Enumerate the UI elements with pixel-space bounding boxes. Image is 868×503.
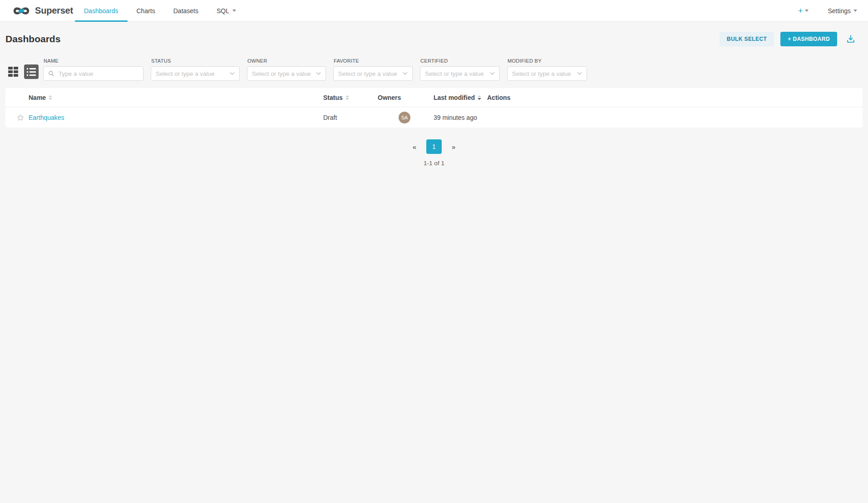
filter-status-label: STATUS bbox=[151, 58, 240, 64]
dashboards-table: Name Status Owners Last modified Actions bbox=[5, 88, 863, 128]
column-header-owners: Owners bbox=[378, 94, 434, 101]
filters: NAME STATUS Select or type a value OWNE bbox=[43, 58, 587, 81]
nav-item-datasets[interactable]: Datasets bbox=[164, 0, 207, 21]
import-dashboards-button[interactable] bbox=[843, 32, 858, 46]
download-icon bbox=[846, 34, 856, 44]
name-filter-field bbox=[43, 66, 143, 81]
table-row: Earthquakes Draft SA 39 minutes ago bbox=[5, 107, 863, 128]
pagination: « 1 » 1-1 of 1 bbox=[0, 139, 868, 167]
favorite-filter-select[interactable]: Select or type a value bbox=[333, 66, 413, 81]
view-toggles bbox=[8, 64, 39, 81]
filter-certified-label: CERTIFIED bbox=[420, 58, 500, 64]
dashboard-link-earthquakes[interactable]: Earthquakes bbox=[29, 114, 64, 121]
filter-certified: CERTIFIED Select or type a value bbox=[420, 58, 500, 81]
filter-status: STATUS Select or type a value bbox=[151, 58, 240, 81]
page-1-button[interactable]: 1 bbox=[426, 139, 442, 154]
prev-page-button[interactable]: « bbox=[409, 140, 420, 153]
chevron-down-icon bbox=[232, 10, 236, 12]
last-modified-cell: 39 minutes ago bbox=[434, 114, 487, 121]
nav-item-sql[interactable]: SQL bbox=[207, 0, 245, 21]
column-header-name[interactable]: Name bbox=[29, 94, 323, 101]
navbar-right: + Settings bbox=[798, 0, 857, 21]
main-nav: Dashboards Charts Datasets SQL bbox=[75, 0, 245, 21]
card-view-toggle[interactable] bbox=[8, 66, 19, 77]
column-header-actions: Actions bbox=[487, 94, 863, 101]
bulk-select-button[interactable]: BULK SELECT bbox=[720, 32, 774, 46]
chevron-down-icon bbox=[853, 10, 857, 12]
next-page-button[interactable]: » bbox=[448, 140, 459, 153]
sort-icon bbox=[345, 95, 349, 100]
star-icon bbox=[16, 113, 25, 122]
table-header-row: Name Status Owners Last modified Actions bbox=[5, 88, 863, 107]
filter-modified-by: MODIFIED BY Select or type a value bbox=[507, 58, 587, 81]
chevron-down-icon bbox=[805, 10, 809, 12]
filter-favorite: FAVORITE Select or type a value bbox=[333, 58, 413, 81]
name-filter-input[interactable] bbox=[58, 70, 138, 78]
sort-icon bbox=[49, 95, 52, 100]
avatar[interactable]: SA bbox=[399, 112, 410, 123]
chevron-down-icon bbox=[316, 72, 321, 75]
superset-infinity-icon bbox=[11, 5, 31, 17]
chevron-down-icon bbox=[577, 72, 582, 75]
plus-icon: + bbox=[798, 7, 803, 15]
filter-modified-by-label: MODIFIED BY bbox=[507, 58, 587, 64]
favorite-star-button[interactable] bbox=[16, 113, 25, 122]
chevron-down-icon bbox=[490, 72, 495, 75]
add-dashboard-button[interactable]: + DASHBOARD bbox=[780, 32, 837, 46]
pagination-summary: 1-1 of 1 bbox=[424, 160, 444, 167]
top-navbar: Superset Dashboards Charts Datasets SQL … bbox=[0, 0, 868, 22]
filter-name: NAME bbox=[43, 58, 143, 81]
sort-desc-icon bbox=[478, 95, 481, 100]
filter-bar: NAME STATUS Select or type a value OWNE bbox=[0, 58, 868, 81]
header-actions: BULK SELECT + DASHBOARD bbox=[720, 32, 858, 46]
filter-owner: OWNER Select or type a value bbox=[247, 58, 326, 81]
status-filter-select[interactable]: Select or type a value bbox=[151, 66, 240, 81]
brand-name: Superset bbox=[35, 5, 73, 16]
nav-item-dashboards[interactable]: Dashboards bbox=[75, 0, 128, 21]
filter-owner-label: OWNER bbox=[247, 58, 326, 64]
nav-item-charts[interactable]: Charts bbox=[128, 0, 164, 21]
list-view-toggle[interactable] bbox=[24, 64, 39, 79]
superset-logo[interactable]: Superset bbox=[11, 0, 73, 21]
page-title: Dashboards bbox=[5, 34, 60, 44]
grid-icon bbox=[8, 67, 13, 69]
status-cell: Draft bbox=[323, 114, 378, 121]
filter-name-label: NAME bbox=[43, 58, 143, 64]
search-icon bbox=[48, 70, 54, 77]
new-item-menu-button[interactable]: + bbox=[798, 7, 809, 15]
page-header: Dashboards BULK SELECT + DASHBOARD bbox=[0, 22, 868, 52]
chevron-down-icon bbox=[230, 72, 235, 75]
settings-menu-button[interactable]: Settings bbox=[828, 7, 857, 15]
chevron-down-icon bbox=[403, 72, 408, 75]
filter-favorite-label: FAVORITE bbox=[333, 58, 413, 64]
column-header-last-modified[interactable]: Last modified bbox=[434, 94, 487, 101]
column-header-status[interactable]: Status bbox=[323, 94, 378, 101]
certified-filter-select[interactable]: Select or type a value bbox=[420, 66, 500, 81]
modified-by-filter-select[interactable]: Select or type a value bbox=[507, 66, 587, 81]
owner-filter-select[interactable]: Select or type a value bbox=[247, 66, 326, 81]
